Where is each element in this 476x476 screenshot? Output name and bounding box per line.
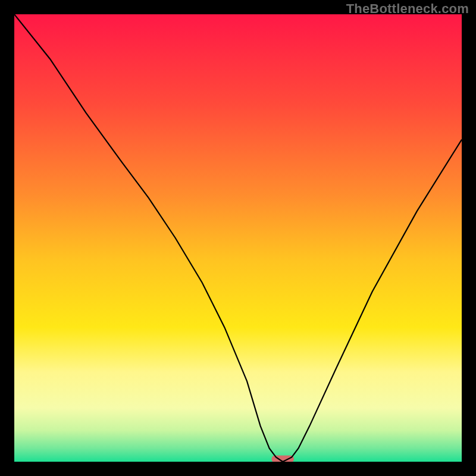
chart-frame: TheBottleneck.com bbox=[0, 0, 476, 476]
watermark-text: TheBottleneck.com bbox=[346, 1, 469, 17]
chart-background bbox=[14, 14, 462, 462]
bottleneck-chart bbox=[14, 14, 462, 462]
